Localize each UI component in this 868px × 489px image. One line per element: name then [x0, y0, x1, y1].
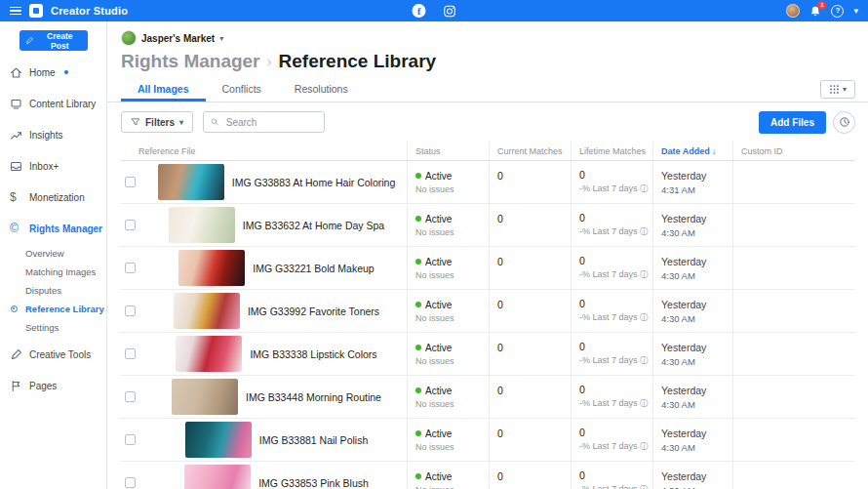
status-text: Active — [425, 428, 452, 439]
current-matches-value: 0 — [497, 170, 571, 182]
column-header-status[interactable]: Status — [407, 142, 489, 160]
column-header-reference-file[interactable]: Reference File — [138, 142, 407, 160]
sidebar-item-creative-tools[interactable]: Creative Tools — [0, 339, 106, 370]
creator-studio-logo-icon[interactable] — [29, 4, 43, 18]
subitem-label: Matching Images — [25, 266, 96, 277]
reference-file-name[interactable]: IMG G33221 Bold Makeup — [253, 263, 374, 274]
help-icon[interactable]: ? — [831, 5, 844, 18]
status-subtext: No issues — [415, 442, 489, 452]
apps-grid-button[interactable]: ▾ — [820, 80, 855, 99]
time-added: 4:30 AM — [661, 442, 732, 453]
reference-image-thumbnail[interactable] — [172, 379, 238, 415]
info-icon[interactable]: ⓘ — [640, 269, 649, 279]
page-selector-chevron-icon: ▾ — [219, 34, 223, 43]
reference-image-thumbnail[interactable] — [185, 422, 252, 458]
row-checkbox[interactable] — [125, 348, 136, 359]
info-icon[interactable]: ⓘ — [640, 441, 649, 451]
reference-file-name[interactable]: IMG G33992 Favorite Toners — [248, 306, 379, 317]
filter-funnel-icon — [131, 117, 140, 127]
user-avatar[interactable] — [786, 4, 800, 18]
filters-button[interactable]: Filters ▾ — [121, 111, 193, 133]
instagram-icon[interactable] — [444, 5, 456, 18]
sidebar-item-insights[interactable]: Insights — [0, 119, 106, 150]
subitem-reference-library[interactable]: Reference Library — [25, 300, 106, 318]
lifetime-matches-value: 0 — [579, 298, 652, 309]
info-icon[interactable]: ⓘ — [640, 484, 649, 489]
sidebar-item-rights-manager[interactable]: © Rights Manager — [0, 213, 106, 244]
info-icon[interactable]: ⓘ — [640, 355, 649, 365]
subitem-overview[interactable]: Overview — [25, 244, 106, 263]
subitem-matching-images[interactable]: Matching Images — [25, 263, 106, 281]
custom-id-cell — [732, 376, 855, 418]
row-checkbox[interactable] — [125, 391, 136, 402]
menu-icon[interactable] — [10, 7, 21, 16]
reference-file-name[interactable]: IMG G33883 At Home Hair Coloring — [232, 177, 396, 188]
home-notification-dot — [64, 70, 68, 74]
date-added: Yesterday — [661, 385, 732, 396]
date-added: Yesterday — [661, 342, 732, 353]
top-navigation-bar: Creator Studio f 1 ? ▾ — [0, 0, 868, 21]
table-row: IMG G33992 Favorite Toners Active No iss… — [121, 290, 855, 333]
reference-file-name[interactable]: IMG G33853 Pink Blush — [258, 477, 369, 489]
info-icon[interactable]: ⓘ — [640, 226, 649, 236]
info-icon[interactable]: ⓘ — [640, 183, 649, 193]
breadcrumb: Rights Manager › Reference Library — [121, 50, 868, 73]
status-subtext: No issues — [415, 356, 489, 366]
status-dot — [415, 216, 421, 222]
search-input[interactable] — [224, 116, 317, 129]
notifications-button[interactable]: 1 — [809, 5, 821, 18]
row-checkbox[interactable] — [125, 434, 136, 445]
reference-file-name[interactable]: IMG B33632 At Home Day Spa — [243, 220, 384, 231]
sidebar-item-label: Content Library — [29, 99, 96, 109]
row-checkbox[interactable] — [125, 306, 136, 316]
column-header-current-matches[interactable]: Current Matches — [489, 142, 571, 160]
reference-image-thumbnail[interactable] — [169, 207, 235, 243]
pages-flag-icon — [10, 380, 22, 392]
row-checkbox[interactable] — [125, 477, 136, 488]
column-header-date-added[interactable]: Date Added ↓ — [652, 142, 732, 160]
sidebar-item-content-library[interactable]: Content Library — [0, 88, 106, 119]
lifetime-trend: -% Last 7 days — [579, 441, 638, 451]
row-checkbox[interactable] — [125, 220, 136, 230]
clock-icon — [839, 116, 850, 128]
date-added: Yesterday — [661, 256, 732, 267]
account-menu-chevron-icon[interactable]: ▾ — [853, 6, 858, 16]
sidebar-item-inbox[interactable]: Inbox+ — [0, 150, 106, 182]
reference-image-thumbnail[interactable] — [176, 336, 242, 372]
row-checkbox[interactable] — [125, 263, 136, 273]
info-icon[interactable]: ⓘ — [640, 312, 649, 322]
status-dot — [415, 345, 421, 350]
reference-image-thumbnail[interactable] — [158, 164, 224, 200]
reference-file-name[interactable]: IMG B33881 Nail Polish — [259, 434, 368, 446]
tab-resolutions[interactable]: Resolutions — [278, 78, 365, 102]
page-selector[interactable]: Jasper's Market ▾ — [121, 30, 868, 46]
sidebar-item-monetization[interactable]: $ Monetization — [0, 182, 106, 213]
status-text: Active — [425, 214, 452, 224]
reference-file-name[interactable]: IMG B33338 Lipstick Colors — [250, 348, 376, 360]
status-subtext: No issues — [415, 399, 489, 409]
upload-history-button[interactable] — [833, 111, 855, 134]
reference-file-name[interactable]: IMG B33448 Morning Routine — [246, 391, 381, 403]
lifetime-trend: -% Last 7 days — [579, 269, 638, 279]
sidebar-item-pages[interactable]: Pages — [0, 370, 106, 401]
reference-image-thumbnail[interactable] — [184, 465, 251, 489]
reference-image-thumbnail[interactable] — [174, 293, 240, 329]
add-files-button[interactable]: Add Files — [759, 111, 826, 134]
create-post-button[interactable]: Create Post — [20, 30, 88, 51]
subitem-settings[interactable]: Settings — [25, 318, 106, 337]
info-icon[interactable]: ⓘ — [640, 398, 649, 408]
row-checkbox[interactable] — [125, 177, 136, 187]
tab-all-images[interactable]: All Images — [121, 78, 206, 102]
column-header-custom-id[interactable]: Custom ID — [732, 142, 855, 160]
breadcrumb-separator-icon: › — [267, 50, 272, 73]
content-library-icon — [10, 98, 22, 110]
subitem-disputes[interactable]: Disputes — [25, 281, 106, 300]
breadcrumb-parent[interactable]: Rights Manager — [121, 50, 260, 73]
tab-conflicts[interactable]: Conflicts — [206, 78, 278, 102]
column-header-lifetime-matches[interactable]: Lifetime Matches — [571, 142, 652, 160]
reference-image-thumbnail[interactable] — [178, 250, 245, 286]
table-row: IMG B33338 Lipstick Colors Active No iss… — [121, 333, 855, 376]
page-name: Jasper's Market — [141, 33, 215, 44]
sidebar-item-home[interactable]: Home — [0, 57, 106, 88]
facebook-icon[interactable]: f — [413, 4, 426, 18]
